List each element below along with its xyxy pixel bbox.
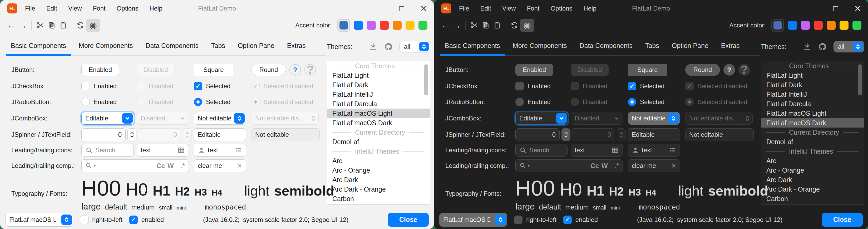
not-editable-combobox[interactable]: Not editable (628, 112, 680, 125)
radio-enabled[interactable]: Enabled (82, 98, 137, 106)
clear-me-field[interactable]: clear me × (194, 160, 246, 172)
theme-item-demolaf[interactable]: DemoLaf (327, 137, 430, 146)
menu-item-options[interactable]: Options (117, 5, 138, 12)
theme-item-arc[interactable]: Arc (761, 156, 864, 166)
tab-more-components[interactable]: More Components (79, 42, 133, 50)
enabled-checkbox[interactable]: ✓enabled (563, 216, 598, 224)
look-and-feel-combobox[interactable]: FlatLaf macOS D... (439, 213, 507, 227)
tab-basic-components[interactable]: Basic Components (11, 42, 66, 50)
combobox-spin-button[interactable] (495, 214, 506, 225)
combobox-spin-button[interactable] (668, 113, 679, 123)
search-comp-field[interactable]: ▾ Cc W .* (516, 160, 623, 172)
not-editable-combobox[interactable]: Not editable (194, 112, 246, 125)
theme-item-flatlaf-light[interactable]: FlatLaf Light (327, 70, 430, 80)
text-field-user[interactable]: text (194, 144, 246, 156)
theme-item-arc-orange[interactable]: Arc - Orange (327, 166, 430, 175)
theme-item-arc-dark[interactable]: Arc Dark (761, 175, 864, 184)
table-icon[interactable] (612, 146, 619, 154)
theme-item-flatlaf-darcula[interactable]: FlatLaf Darcula (327, 99, 430, 109)
enabled-button[interactable]: Enabled (516, 64, 553, 76)
theme-item-flatlaf-intellij[interactable]: FlatLaf IntelliJ (761, 90, 864, 99)
list-icon[interactable] (235, 146, 242, 154)
tab-more-components[interactable]: More Components (513, 42, 567, 50)
menu-item-view[interactable]: View (68, 5, 82, 12)
forward-button[interactable]: → (451, 19, 463, 32)
combobox-spin-button[interactable] (61, 214, 72, 225)
text-field-calendar[interactable]: text (571, 144, 623, 156)
accent-swatch-5[interactable] (393, 21, 402, 30)
checkbox[interactable] (80, 216, 89, 224)
accent-swatch-4[interactable] (814, 21, 823, 30)
accent-swatch[interactable] (339, 21, 348, 30)
radio[interactable] (628, 98, 636, 106)
accent-swatch-6[interactable] (840, 21, 848, 30)
theme-item-carbon[interactable]: Carbon (327, 194, 430, 203)
checkbox[interactable]: ✓ (129, 216, 138, 224)
cut-icon[interactable] (468, 19, 480, 32)
checkbox[interactable]: ✓ (563, 216, 572, 224)
github-icon[interactable] (818, 42, 827, 51)
close-window-button[interactable]: × (420, 3, 427, 14)
look-and-feel-combobox[interactable]: FlatLaf macOS Li... (5, 213, 73, 227)
refresh-icon[interactable] (508, 19, 520, 32)
paste-icon[interactable] (57, 19, 69, 32)
help-button[interactable]: ? (723, 64, 735, 76)
themes-filter-combobox[interactable]: all (400, 41, 430, 52)
checkbox[interactable]: ✓ (194, 82, 202, 90)
download-icon[interactable] (803, 42, 811, 51)
combobox-arrow-button[interactable] (556, 113, 567, 123)
search-field[interactable]: Search (516, 144, 567, 156)
close-button[interactable]: Close (822, 213, 863, 227)
checkbox-enabled[interactable]: Enabled (516, 82, 571, 90)
accent-swatch-3[interactable] (367, 21, 376, 30)
menu-item-font[interactable]: Font (93, 5, 105, 12)
cut-icon[interactable] (34, 19, 46, 32)
theme-item-carbon[interactable]: Carbon (761, 194, 864, 203)
checkbox-enabled[interactable]: Enabled (82, 82, 137, 90)
show-toggle-button[interactable]: ◉ (520, 19, 534, 32)
match-case-button[interactable]: Cc (590, 162, 599, 170)
accent-swatch-6[interactable] (406, 21, 414, 30)
tab-option-pane[interactable]: Option Pane (672, 42, 708, 50)
close-button[interactable]: Close (388, 213, 429, 227)
theme-item-flatlaf-macos-light[interactable]: FlatLaf macOS Light (327, 109, 430, 118)
theme-item-flatlaf-macos-dark[interactable]: FlatLaf macOS Dark (761, 118, 864, 127)
scrollbar-thumb[interactable] (858, 64, 862, 95)
radio-enabled[interactable]: Enabled (516, 98, 571, 106)
search-dropdown-icon[interactable] (519, 162, 527, 169)
spinner-value[interactable]: 0 (516, 128, 560, 141)
scrollbar-thumb[interactable] (424, 64, 428, 95)
regex-button[interactable]: .* (614, 162, 619, 170)
round-button[interactable]: Round (685, 64, 720, 76)
right-to-left-checkbox[interactable]: right-to-left (80, 216, 122, 224)
combobox-spin-button[interactable] (853, 42, 863, 51)
editable-combobox[interactable]: Editable (516, 112, 568, 125)
theme-item-arc[interactable]: Arc (327, 156, 430, 166)
clear-me-field[interactable]: clear me × (628, 160, 680, 172)
tab-basic-components[interactable]: Basic Components (445, 42, 500, 50)
accent-swatch-2[interactable] (354, 21, 363, 30)
radio[interactable] (194, 98, 202, 106)
theme-item-arc-dark-orange[interactable]: Arc Dark - Orange (327, 184, 430, 194)
theme-item-flatlaf-dark[interactable]: FlatLaf Dark (327, 80, 430, 90)
tab-option-pane[interactable]: Option Pane (238, 42, 274, 50)
menu-item-file[interactable]: File (25, 5, 35, 12)
tab-extras[interactable]: Extras (721, 42, 740, 50)
theme-item-arc-dark[interactable]: Arc Dark (327, 175, 430, 184)
square-button[interactable]: Square (628, 64, 667, 76)
accent-swatch-7[interactable] (852, 21, 861, 30)
theme-item-flatlaf-darcula[interactable]: FlatLaf Darcula (761, 99, 864, 109)
clear-icon[interactable]: × (671, 161, 676, 170)
spinner-value[interactable]: 0 (82, 128, 126, 141)
checkbox-selected[interactable]: ✓Selected (628, 82, 685, 90)
checkbox[interactable] (82, 82, 90, 90)
enabled-button[interactable]: Enabled (82, 64, 119, 76)
combobox-spin-button[interactable] (419, 42, 429, 51)
menu-item-help[interactable]: Help (583, 5, 596, 12)
menu-item-edit[interactable]: Edit (46, 5, 57, 12)
editable-textfield[interactable]: Editable (194, 128, 246, 141)
spinner-arrows[interactable] (127, 128, 136, 141)
download-icon[interactable] (369, 42, 377, 51)
accent-swatch-2[interactable] (788, 21, 797, 30)
minimize-button[interactable]: — (376, 5, 383, 12)
